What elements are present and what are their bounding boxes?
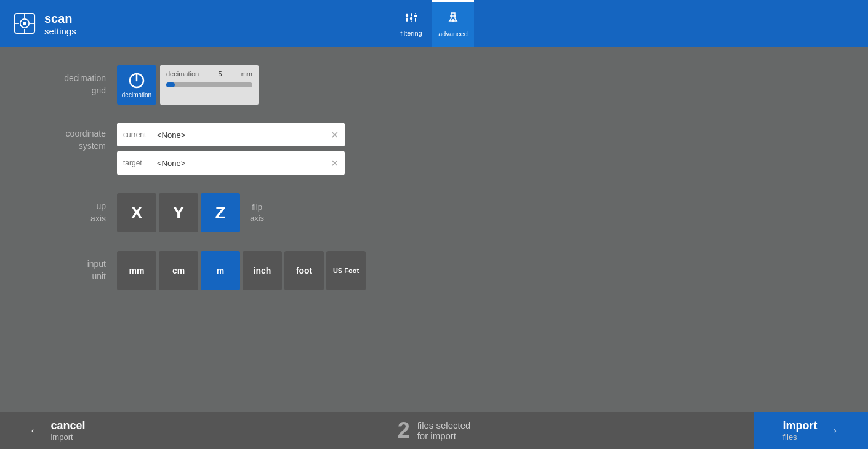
current-value: <None> [157,130,331,140]
input-unit-label-line2: unit [25,271,106,283]
app-icon-area: scan settings [0,11,76,36]
import-files-button[interactable]: import files → [754,412,868,449]
current-close-button[interactable]: ✕ [331,129,339,141]
decimation-value: 5 [218,70,222,77]
import-arrow-icon: → [826,423,840,439]
svg-point-12 [414,14,417,18]
unit-inch-button[interactable]: inch [243,251,282,290]
files-count: 2 [398,418,410,443]
tab-filtering-label: filtering [400,30,422,37]
up-axis-label-line2: axis [25,213,106,225]
axis-x-button[interactable]: X [117,193,156,232]
up-axis-section: X Y Z flip axis [117,193,264,232]
input-unit-section: mm cm m inch foot US Foot [117,251,366,290]
current-label: current [123,130,157,139]
app-title: scan settings [44,11,76,36]
input-unit-label: input unit [25,258,117,282]
decimation-slider-area: decimation 5 mm [160,65,259,105]
footer: ← cancel import 2 files selected for imp… [0,412,868,449]
coordinate-label: coordinate system [25,123,117,152]
unit-mm-button[interactable]: mm [117,251,156,290]
up-axis-row: up axis X Y Z flip axis [25,193,843,232]
svg-point-11 [409,17,413,20]
decimation-slider-fill [166,82,175,87]
svg-point-10 [405,14,409,17]
decimation-top-row: decimation 5 mm [166,70,252,77]
app-title-scan: scan [44,11,76,26]
tab-advanced-label: advanced [438,30,468,38]
unit-usfoot-button[interactable]: US Foot [326,251,366,290]
header-tabs: filtering advanced [390,0,474,47]
decimation-slider[interactable] [166,82,252,87]
coordinate-row: coordinate system current <None> ✕ targe… [25,123,843,175]
decimation-power-button[interactable]: decimation [117,65,156,105]
input-unit-row: input unit mm cm m inch foot US Foot [25,251,843,290]
svg-point-14 [452,19,454,22]
unit-cm-button[interactable]: cm [159,251,198,290]
decimation-section: decimation decimation 5 mm [117,65,259,105]
import-btn-text: import files [783,419,818,442]
app-icon [12,11,37,36]
coordinate-section: current <None> ✕ target <None> ✕ [117,123,345,175]
cancel-sub-label: import [50,432,73,442]
cancel-btn-text: cancel import [50,419,85,442]
unit-m-button[interactable]: m [201,251,240,290]
decimation-label: decimation grid [25,73,117,97]
files-line1: files selected [417,420,471,431]
svg-point-2 [23,22,26,25]
coordinate-label-line1: coordinate [25,128,106,140]
unit-foot-button[interactable]: foot [284,251,324,290]
files-line2: for import [417,431,471,441]
filtering-icon [404,10,418,27]
files-info: 2 files selected for import [398,418,471,443]
input-unit-label-line1: input [25,258,106,271]
coordinate-label-line2: system [25,140,106,153]
app-title-settings: settings [44,26,76,36]
header: scan settings filtering [0,0,868,47]
coordinate-current-row: current <None> ✕ [117,123,345,146]
target-label: target [123,159,157,167]
cancel-main-label: cancel [50,419,85,432]
decimation-label-line1: decimation [25,73,106,85]
tab-filtering[interactable]: filtering [390,0,432,47]
tab-advanced[interactable]: advanced [432,0,474,47]
cancel-import-button[interactable]: ← cancel import [0,412,114,449]
decimation-unit: mm [241,70,252,77]
main-content: decimation grid decimation decimation 5 … [0,47,868,309]
coordinate-target-row: target <None> ✕ [117,151,345,175]
decimation-label-line2: grid [25,85,106,97]
decimation-slider-label: decimation [166,70,199,77]
axis-z-button[interactable]: Z [201,193,240,232]
target-value: <None> [157,159,331,168]
advanced-icon [446,11,460,28]
up-axis-label-line1: up [25,201,106,213]
files-description: files selected for import [417,420,471,441]
flip-axis-label: flip axis [250,202,264,224]
target-close-button[interactable]: ✕ [331,157,339,169]
up-axis-label: up axis [25,201,117,224]
decimation-row: decimation grid decimation decimation 5 … [25,65,843,105]
decimation-btn-label: decimation [122,92,151,98]
axis-y-button[interactable]: Y [159,193,198,232]
cancel-arrow-icon: ← [28,423,42,439]
import-sub-label: files [783,432,797,442]
import-main-label: import [783,419,818,432]
